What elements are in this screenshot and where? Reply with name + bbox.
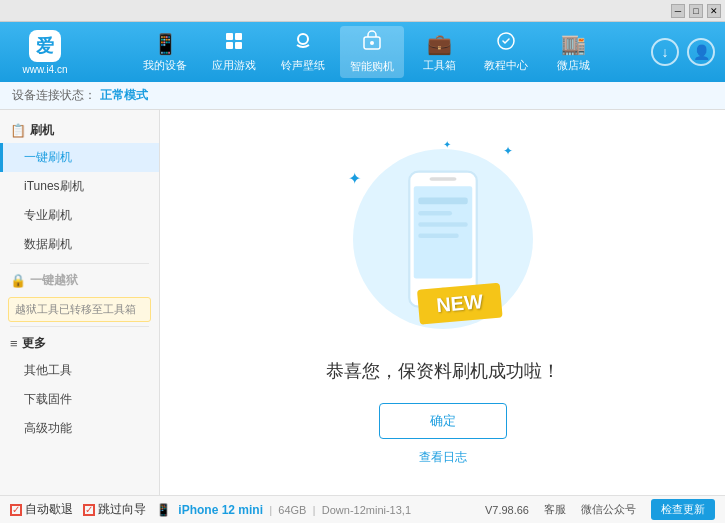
via-wizard-checkbox[interactable]: ✓ 跳过向导 [83,501,146,518]
main-content: 📋 刷机 一键刷机 iTunes刷机 专业刷机 数据刷机 🔒 一键越狱 越狱工具… [0,110,725,495]
smart-shop-icon [361,30,383,57]
svg-point-4 [298,34,308,44]
device-name: iPhone 12 mini [178,503,263,517]
nav-smart-shop[interactable]: 智能购机 [340,26,404,78]
nav-my-device[interactable]: 📱 我的设备 [133,26,197,78]
pro-flash-label: 专业刷机 [24,208,72,222]
status-label: 设备连接状态： [12,87,96,104]
phone-illustration: NEW ✦ ✦ ✦ [343,139,543,339]
nav-ringtones[interactable]: 铃声壁纸 [271,26,335,78]
window-controls[interactable]: ─ □ ✕ [671,4,721,18]
center-area: NEW ✦ ✦ ✦ 恭喜您，保资料刷机成功啦！ 确定 查看日志 [160,110,725,495]
other-tools-label: 其他工具 [24,363,72,377]
itunes-flash-label: iTunes刷机 [24,179,84,193]
title-bar: ─ □ ✕ [0,0,725,22]
svg-rect-12 [418,197,468,204]
new-badge-text: NEW [435,290,483,316]
nav-toolbox-label: 工具箱 [423,58,456,73]
download-firmware-label: 下载固件 [24,392,72,406]
congrats-text: 恭喜您，保资料刷机成功啦！ [326,359,560,383]
nav-right: ↓ 👤 [651,38,715,66]
svg-rect-13 [418,211,452,216]
sidebar-more-section: ≡ 更多 [0,331,159,356]
svg-rect-1 [235,33,242,40]
one-click-flash-label: 一键刷机 [24,150,72,164]
nav-toolbox[interactable]: 💼 工具箱 [409,26,469,78]
sidebar-item-one-click-flash[interactable]: 一键刷机 [0,143,159,172]
svg-rect-2 [226,42,233,49]
nav-items: 📱 我的设备 应用游戏 铃声壁纸 智能购机 💼 工具箱 [95,26,641,78]
new-badge: NEW [416,283,501,325]
bottom-bar: ✓ 自动歇退 ✓ 跳过向导 📱 iPhone 12 mini | 64GB | … [0,495,725,523]
sidebar-item-itunes-flash[interactable]: iTunes刷机 [0,172,159,201]
sidebar-item-download-firmware[interactable]: 下载固件 [0,385,159,414]
restore-button[interactable]: □ [689,4,703,18]
sidebar-divider-1 [10,263,149,264]
jailbreak-warning: 越狱工具已转移至工具箱 [8,297,151,322]
version-label: V7.98.66 [485,504,529,516]
nav-tutorial[interactable]: 教程中心 [474,26,538,78]
logo: 爱 www.i4.cn [10,30,80,75]
svg-point-6 [370,41,374,45]
sidebar-item-advanced[interactable]: 高级功能 [0,414,159,443]
flash-section-icon: 📋 [10,123,26,138]
flash-section-label: 刷机 [30,122,54,139]
status-bar: 设备连接状态： 正常模式 [0,82,725,110]
apps-games-icon [224,31,244,56]
auto-dismiss-checkbox[interactable]: ✓ 自动歇退 [10,501,73,518]
weidian-icon: 🏬 [561,32,586,56]
sidebar-jailbreak-section: 🔒 一键越狱 [0,268,159,293]
update-button[interactable]: 检查更新 [651,499,715,520]
svg-rect-11 [429,177,456,180]
my-device-icon: 📱 [153,32,178,56]
ringtones-icon [293,31,313,56]
sparkle-top: ✦ [443,139,451,150]
logo-icon: 爱 [29,30,61,62]
nav-ringtones-label: 铃声壁纸 [281,58,325,73]
download-button[interactable]: ↓ [651,38,679,66]
nav-apps-games[interactable]: 应用游戏 [202,26,266,78]
device-info: 📱 iPhone 12 mini | 64GB | Down-12mini-13… [156,503,411,517]
via-wizard-checkbox-box: ✓ [83,504,95,516]
sidebar: 📋 刷机 一键刷机 iTunes刷机 专业刷机 数据刷机 🔒 一键越狱 越狱工具… [0,110,160,495]
auto-dismiss-label: 自动歇退 [25,501,73,518]
jailbreak-section-label: 一键越狱 [30,272,78,289]
bottom-checkboxes: ✓ 自动歇退 ✓ 跳过向导 [10,501,146,518]
minimize-button[interactable]: ─ [671,4,685,18]
nav-tutorial-label: 教程中心 [484,58,528,73]
logo-site: www.i4.cn [22,64,67,75]
support-link[interactable]: 客服 [544,502,566,517]
jailbreak-section-icon: 🔒 [10,273,26,288]
sparkle-left: ✦ [348,169,361,188]
svg-rect-14 [418,222,468,227]
nav-weidian[interactable]: 🏬 微店城 [543,26,603,78]
auto-dismiss-checkbox-box: ✓ [10,504,22,516]
svg-rect-3 [235,42,242,49]
nav-weidian-label: 微店城 [557,58,590,73]
view-log-link[interactable]: 查看日志 [419,449,467,466]
nav-apps-games-label: 应用游戏 [212,58,256,73]
top-nav: 爱 www.i4.cn 📱 我的设备 应用游戏 铃声壁纸 智能购机 [0,22,725,82]
device-storage: 64GB [278,504,306,516]
user-button[interactable]: 👤 [687,38,715,66]
advanced-label: 高级功能 [24,421,72,435]
bottom-right: V7.98.66 客服 微信公众号 检查更新 [485,499,715,520]
svg-rect-15 [418,233,459,238]
nav-my-device-label: 我的设备 [143,58,187,73]
via-wizard-label: 跳过向导 [98,501,146,518]
jailbreak-warning-text: 越狱工具已转移至工具箱 [15,303,136,315]
confirm-button[interactable]: 确定 [379,403,507,439]
more-section-label: 更多 [22,335,46,352]
sidebar-item-pro-flash[interactable]: 专业刷机 [0,201,159,230]
close-button[interactable]: ✕ [707,4,721,18]
sidebar-item-data-flash[interactable]: 数据刷机 [0,230,159,259]
wechat-link[interactable]: 微信公众号 [581,502,636,517]
sparkle-right: ✦ [503,144,513,158]
toolbox-icon: 💼 [427,32,452,56]
tutorial-icon [496,31,516,56]
svg-rect-0 [226,33,233,40]
sidebar-flash-section: 📋 刷机 [0,118,159,143]
data-flash-label: 数据刷机 [24,237,72,251]
sidebar-item-other-tools[interactable]: 其他工具 [0,356,159,385]
status-value: 正常模式 [100,87,148,104]
